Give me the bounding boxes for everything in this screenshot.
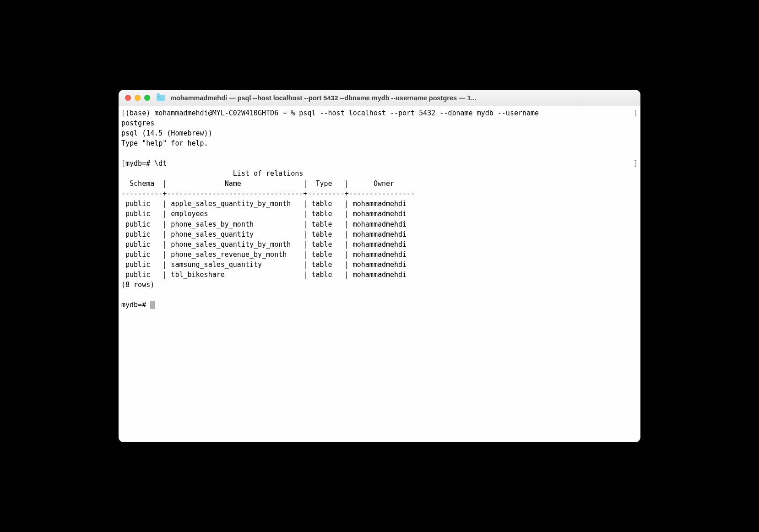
close-icon[interactable] [125,95,131,101]
minimize-icon[interactable] [135,95,141,101]
window-title: mohammadmehdi — psql --host localhost --… [170,94,634,102]
blank-line [121,290,638,300]
shell-line-cont: postgres [121,118,638,128]
table-row: public | phone_sales_quantity_by_month |… [121,239,638,250]
table-title: List of relations [121,168,638,179]
blank-line [121,148,638,158]
folder-icon [157,95,165,101]
table-row: public | phone_sales_by_month | table | … [121,219,638,229]
help-line: Type "help" for help. [121,138,638,148]
traffic-lights [125,95,150,101]
table-row: public | employees | table | mohammadmeh… [121,209,638,219]
row-count: (8 rows) [121,280,638,290]
table-header: Schema | Name | Type | Owner [121,179,638,189]
table-row: public | tbl_bikeshare | table | mohamma… [121,270,638,280]
terminal-content[interactable]: [(base) mohammadmehdi@MYL-C02W410GHTD6 ~… [119,106,640,442]
shell-line: [(base) mohammadmehdi@MYL-C02W410GHTD6 ~… [121,108,638,118]
terminal-window: mohammadmehdi — psql --host localhost --… [119,90,640,442]
dt-command-line: [mydb=# \dt] [121,158,638,168]
cursor-icon [150,301,155,309]
table-row: public | phone_sales_revenue_by_month | … [121,250,638,260]
titlebar: mohammadmehdi — psql --host localhost --… [119,90,640,106]
version-line: psql (14.5 (Homebrew)) [121,128,638,138]
prompt-line[interactable]: mydb=# [121,300,638,310]
table-row: public | phone_sales_quantity | table | … [121,229,638,239]
table-row: public | apple_sales_quantity_by_month |… [121,199,638,209]
zoom-icon[interactable] [144,95,150,101]
table-divider: ----------+-----------------------------… [121,189,638,199]
table-row: public | samsung_sales_quantity | table … [121,260,638,270]
